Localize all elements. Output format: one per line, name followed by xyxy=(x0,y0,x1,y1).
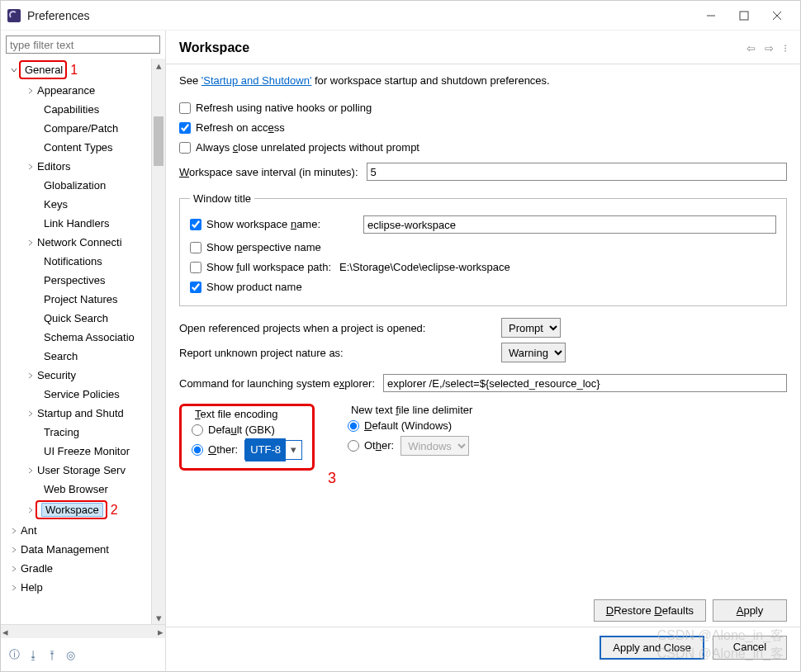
show-full-path-checkbox[interactable]: Show full workspace path: xyxy=(190,258,331,277)
tree-item-data-mgmt[interactable]: Data Management xyxy=(4,540,151,559)
delimiter-other-radio[interactable]: Other: xyxy=(348,436,394,456)
restore-defaults-button[interactable]: DRestore DefaultsRestore Defaults xyxy=(594,599,706,622)
tree-item-help[interactable]: Help xyxy=(4,578,151,597)
tree-item-gradle[interactable]: Gradle xyxy=(4,559,151,578)
tree-item-appearance[interactable]: Appearance xyxy=(4,81,151,100)
annotation-1: 1 xyxy=(70,62,78,78)
tree-item-security[interactable]: Security xyxy=(4,366,151,385)
chevron-right-icon xyxy=(26,163,36,170)
tree-item-web-browser[interactable]: Web Browser xyxy=(4,480,151,499)
tree-item-search[interactable]: Search xyxy=(4,347,151,366)
app-icon xyxy=(7,9,21,22)
chevron-right-icon xyxy=(9,566,19,572)
encoding-other-radio[interactable]: Other: xyxy=(192,440,238,460)
svg-rect-1 xyxy=(740,12,748,20)
show-perspective-checkbox[interactable]: Show perspective name xyxy=(190,238,776,258)
tree-item-schema-assoc[interactable]: Schema Associatio xyxy=(4,328,151,347)
tree-item-keys[interactable]: Keys xyxy=(4,195,151,214)
report-nature-select[interactable]: Warning xyxy=(501,343,566,362)
encoding-other-select[interactable]: UTF-8▾ xyxy=(244,440,302,460)
refresh-native-checkbox[interactable]: Refresh using native hooks or polling xyxy=(179,98,787,118)
open-ref-select[interactable]: Prompt xyxy=(501,318,561,338)
tree-item-workspace[interactable]: Workspace 2 xyxy=(4,499,151,521)
window-title-legend: Window title xyxy=(190,192,254,205)
close-unrelated-checkbox[interactable]: Always close unrelated projects without … xyxy=(179,138,787,158)
chevron-right-icon xyxy=(26,239,36,246)
chevron-right-icon xyxy=(26,410,36,417)
tree-item-capabilities[interactable]: Capabilities xyxy=(4,100,151,119)
tree-item-ui-freeze[interactable]: UI Freeze Monitor xyxy=(4,442,151,461)
apply-button[interactable]: Apply xyxy=(713,599,787,622)
help-icon[interactable]: ⓘ xyxy=(9,647,20,662)
tree-item-ant[interactable]: Ant xyxy=(4,521,151,540)
maximize-button[interactable] xyxy=(728,3,761,28)
scroll-down-icon[interactable]: ▾ xyxy=(152,611,165,624)
chevron-right-icon xyxy=(26,507,36,513)
preference-tree[interactable]: General 1 Appearance Capabilities Compar… xyxy=(1,59,151,624)
page-header: Workspace ⇦ ⇨ ⁝ xyxy=(166,31,800,64)
tree-item-perspectives[interactable]: Perspectives xyxy=(4,271,151,290)
report-nature-label: Report unknown project nature as: xyxy=(179,347,493,359)
menu-icon[interactable]: ⁝ xyxy=(784,42,787,54)
settings-icon[interactable]: ◎ xyxy=(66,649,75,661)
apply-and-close-button[interactable]: Apply and Close xyxy=(600,636,704,660)
window-title: Preferences xyxy=(27,9,694,22)
delimiter-default-radio[interactable]: Default (Windows) xyxy=(348,416,476,436)
ws-name-input[interactable] xyxy=(363,215,776,234)
tree-item-startup[interactable]: Startup and Shutd xyxy=(4,404,151,423)
minimize-button[interactable] xyxy=(694,3,728,28)
save-interval-label: Workspace save interval (in minutes): xyxy=(179,166,358,178)
explorer-input[interactable] xyxy=(383,374,787,392)
show-product-checkbox[interactable]: Show product name xyxy=(190,277,776,297)
tree-item-quick-search[interactable]: Quick Search xyxy=(4,309,151,328)
tree-item-project-natures[interactable]: Project Natures xyxy=(4,290,151,309)
chevron-right-icon xyxy=(9,584,19,591)
cancel-button[interactable]: Cancel xyxy=(713,636,787,660)
tree-item-globalization[interactable]: Globalization xyxy=(4,176,151,195)
chevron-right-icon xyxy=(26,88,36,94)
delimiter-other-select[interactable]: Windows xyxy=(400,436,469,456)
tree-hscrollbar[interactable]: ◂▸ xyxy=(1,624,165,638)
explorer-label: Command for launching system explorer: xyxy=(179,377,375,390)
delimiter-group: New text file line delimiter Default (Wi… xyxy=(348,404,476,456)
tree-item-compare-patch[interactable]: Compare/Patch xyxy=(4,119,151,138)
tree-item-tracing[interactable]: Tracing xyxy=(4,423,151,442)
tree-item-link-handlers[interactable]: Link Handlers xyxy=(4,214,151,233)
tree-item-content-types[interactable]: Content Types xyxy=(4,138,151,157)
encoding-legend: Text file encoding xyxy=(192,408,281,420)
encoding-default-radio[interactable]: Default (GBK) xyxy=(192,420,302,440)
import-icon[interactable]: ⭳ xyxy=(28,649,39,661)
chevron-right-icon xyxy=(9,547,19,553)
scroll-up-icon[interactable]: ▴ xyxy=(152,59,165,72)
annotation-3: 3 xyxy=(328,470,336,487)
chevron-right-icon xyxy=(26,372,36,379)
startup-shutdown-link[interactable]: 'Startup and Shutdown' xyxy=(201,74,312,87)
chevron-down-icon: ▾ xyxy=(286,440,301,460)
open-ref-label: Open referenced projects when a project … xyxy=(179,322,493,334)
scroll-thumb[interactable] xyxy=(154,116,164,166)
tree-item-network[interactable]: Network Connecti xyxy=(4,233,151,252)
show-ws-name-checkbox[interactable]: Show workspace name: xyxy=(190,215,355,234)
forward-icon[interactable]: ⇨ xyxy=(765,42,774,54)
close-button[interactable] xyxy=(761,3,794,28)
sidebar-footer: ⓘ ⭳ ⭱ ◎ xyxy=(1,638,165,671)
tree-item-notifications[interactable]: Notifications xyxy=(4,252,151,271)
encoding-group: Text file encoding Default (GBK) Other: … xyxy=(188,408,306,461)
filter-input[interactable] xyxy=(6,35,160,54)
chevron-right-icon xyxy=(26,467,36,474)
chevron-right-icon xyxy=(9,528,19,534)
main-panel: Workspace ⇦ ⇨ ⁝ See 'Startup and Shutdow… xyxy=(166,31,800,671)
tree-item-editors[interactable]: Editors xyxy=(4,157,151,176)
back-icon[interactable]: ⇦ xyxy=(746,42,756,54)
save-interval-input[interactable] xyxy=(367,163,787,181)
export-icon[interactable]: ⭱ xyxy=(47,649,58,661)
sidebar: General 1 Appearance Capabilities Compar… xyxy=(1,31,166,671)
tree-item-service-policies[interactable]: Service Policies xyxy=(4,385,151,404)
tree-item-general[interactable]: General 1 xyxy=(4,59,151,81)
titlebar: Preferences xyxy=(1,1,800,31)
chevron-down-icon xyxy=(9,67,19,73)
ws-path-value: E:\Storage\Code\eclipse-workspace xyxy=(339,258,510,277)
tree-item-user-storage[interactable]: User Storage Serv xyxy=(4,461,151,480)
refresh-access-checkbox[interactable]: Refresh on access xyxy=(179,118,787,138)
tree-scrollbar[interactable]: ▴ ▾ xyxy=(151,59,165,624)
